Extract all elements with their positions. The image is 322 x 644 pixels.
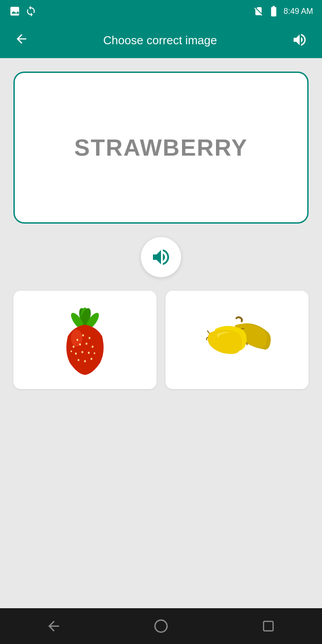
strawberry-image [47, 302, 123, 378]
battery-icon [267, 5, 280, 17]
main-content: STRAWBERRY [0, 58, 322, 608]
image-choices [13, 291, 309, 389]
svg-point-17 [84, 360, 86, 362]
svg-point-10 [79, 343, 81, 346]
svg-point-7 [82, 334, 84, 336]
svg-point-16 [77, 359, 79, 361]
strawberry-choice[interactable] [13, 291, 157, 389]
svg-rect-22 [263, 621, 273, 631]
sound-button-appbar[interactable] [288, 28, 311, 53]
status-icons-left [9, 5, 37, 17]
nav-home-button[interactable] [143, 613, 179, 640]
photo-icon [9, 5, 21, 17]
status-bar: 8:49 AM [0, 0, 322, 22]
word-card: STRAWBERRY [13, 72, 309, 224]
back-button[interactable] [11, 28, 32, 53]
nav-back-button[interactable] [36, 613, 72, 640]
status-icons-right: 8:49 AM [253, 5, 313, 17]
sound-center-button[interactable] [141, 237, 181, 277]
status-time: 8:49 AM [284, 7, 313, 16]
app-bar-title: Choose correct image [103, 34, 217, 47]
app-bar: Choose correct image [0, 22, 322, 58]
word-display: STRAWBERRY [74, 134, 248, 161]
sync-icon [25, 5, 37, 17]
banana-choice[interactable] [165, 291, 309, 389]
nav-recents-button[interactable] [250, 613, 286, 640]
banana-image [197, 309, 277, 371]
svg-point-21 [155, 620, 167, 632]
no-sim-icon [253, 6, 264, 17]
svg-point-20 [71, 350, 72, 352]
svg-point-14 [81, 351, 83, 353]
bottom-nav [0, 608, 322, 644]
svg-point-19 [94, 352, 95, 354]
